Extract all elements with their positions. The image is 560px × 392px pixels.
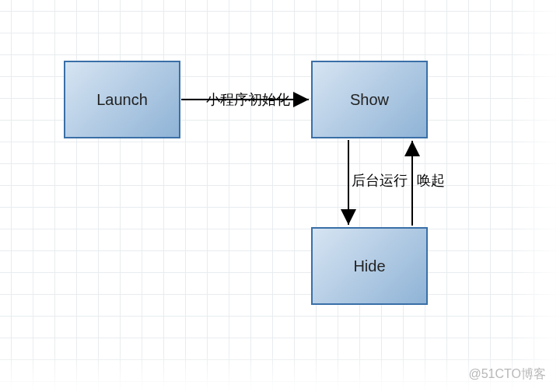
edge-wake-label: 唤起 <box>417 171 445 190</box>
node-hide: Hide <box>311 227 428 305</box>
node-show-label: Show <box>350 91 389 109</box>
edge-init-label: 小程序初始化 <box>206 90 290 109</box>
edge-to-back-label: 后台运行 <box>352 171 408 190</box>
node-hide-label: Hide <box>353 257 385 275</box>
diagram-arrows <box>0 0 560 392</box>
node-launch: Launch <box>64 61 180 138</box>
fade-right <box>513 0 560 392</box>
node-show: Show <box>311 61 428 138</box>
watermark: @51CTO博客 <box>468 366 546 383</box>
node-launch-label: Launch <box>96 91 148 109</box>
